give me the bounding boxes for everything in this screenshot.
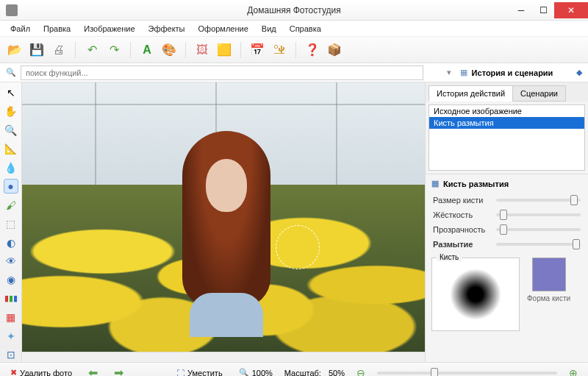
- tab-scenarios[interactable]: Сценарии: [512, 85, 566, 102]
- ruler-tool[interactable]: 📐: [4, 141, 18, 155]
- left-toolbar: ↖ ✋ 🔍 📐 💧 ● 🖌 ⬚ ◐ 👁 ◉ ▮▮▮ ▦ ✦ ⊡: [0, 82, 22, 362]
- dropdown-icon[interactable]: ▾: [447, 68, 451, 77]
- menubar: Файл Правка Изображение Эффекты Оформлен…: [0, 21, 588, 37]
- brush-preview: Кисть: [431, 258, 520, 331]
- fit-icon: ⛶: [176, 369, 184, 377]
- rgb-tool[interactable]: ▮▮▮: [4, 291, 18, 305]
- menu-image[interactable]: Изображение: [78, 23, 140, 35]
- hardness-label: Жёсткость: [433, 210, 490, 219]
- next-button[interactable]: ➡: [110, 364, 128, 376]
- panel-title: История и сценарии: [472, 68, 553, 77]
- size-slider[interactable]: [496, 199, 581, 202]
- eraser-tool[interactable]: ⬚: [4, 216, 18, 230]
- history-list: Исходное изображение Кисть размытия: [429, 104, 585, 171]
- collapse-icon[interactable]: ◆: [576, 68, 582, 77]
- main-toolbar: 📂 💾 🖨 ↶ ↷ A 🎨 🖼 🟨 📅 🏜 ❓ 📦: [0, 37, 588, 63]
- brush-cursor: [276, 225, 320, 269]
- help-icon[interactable]: ❓: [304, 41, 321, 59]
- brush-tool[interactable]: 🖌: [4, 198, 18, 212]
- hand-tool[interactable]: ✋: [4, 104, 18, 118]
- print-icon[interactable]: 🖨: [50, 41, 68, 59]
- frame-icon[interactable]: 🟨: [215, 41, 233, 59]
- menu-edit[interactable]: Правка: [37, 23, 76, 35]
- tool-header: Кисть размытия: [443, 180, 509, 188]
- blur-slider[interactable]: [496, 243, 581, 246]
- crop-tool[interactable]: ⊡: [4, 348, 18, 362]
- open-icon[interactable]: 📂: [6, 41, 24, 59]
- hardness-slider[interactable]: [496, 213, 581, 216]
- size-label: Размер кисти: [433, 196, 490, 205]
- menu-file[interactable]: Файл: [4, 23, 36, 35]
- burn-tool[interactable]: 👁: [4, 254, 18, 268]
- zoom-slider[interactable]: [377, 372, 557, 375]
- zoom-100-button[interactable]: 🔍 100%: [234, 366, 277, 376]
- opacity-label: Прозрачность: [433, 225, 490, 234]
- canvas[interactable]: [22, 82, 425, 352]
- sponge-tool[interactable]: ◉: [4, 273, 18, 287]
- status-bar: ✖ Удалить фото ⬅ ➡ ⛶ Уместить 🔍 100% Мас…: [0, 362, 588, 376]
- text-icon[interactable]: A: [138, 41, 156, 59]
- blur-label: Размытие: [433, 240, 490, 249]
- delete-icon: ✖: [10, 368, 17, 376]
- zoom-tool[interactable]: 🔍: [4, 123, 18, 137]
- photo: [22, 82, 425, 352]
- collage-icon[interactable]: 🏜: [270, 41, 288, 59]
- history-item[interactable]: Исходное изображение: [429, 105, 584, 117]
- brush-shape-label: Форма кисти: [527, 294, 570, 302]
- palette-icon[interactable]: 🎨: [160, 41, 178, 59]
- zoom-in-button[interactable]: ⊕: [564, 366, 582, 377]
- prev-button[interactable]: ⬅: [84, 364, 102, 376]
- right-panel: История действий Сценарии Исходное изобр…: [425, 82, 588, 362]
- app-title: Домашняя Фотостудия: [0, 5, 588, 15]
- opacity-slider[interactable]: [496, 228, 581, 231]
- zoom-icon: 🔍: [239, 368, 249, 376]
- menu-view[interactable]: Вид: [256, 23, 282, 35]
- zoom-label: Масштаб:: [284, 369, 321, 377]
- history-item[interactable]: Кисть размытия: [429, 117, 584, 129]
- calendar-icon[interactable]: 📅: [248, 41, 266, 59]
- search-input[interactable]: [21, 65, 423, 80]
- gift-icon[interactable]: 📦: [326, 41, 343, 59]
- eyedropper-tool[interactable]: 💧: [4, 160, 18, 174]
- tool-settings-icon: ▦: [431, 179, 439, 188]
- delete-photo-button[interactable]: ✖ Удалить фото: [6, 366, 76, 376]
- search-row: 🔍 ▾ ▦ История и сценарии ◆: [0, 63, 588, 82]
- menu-effects[interactable]: Эффекты: [143, 23, 191, 35]
- fit-button[interactable]: ⛶ Уместить: [172, 367, 227, 377]
- horizontal-scrollbar[interactable]: [22, 352, 425, 362]
- zoom-value: 50%: [329, 369, 345, 377]
- save-icon[interactable]: 💾: [28, 41, 46, 59]
- tab-history[interactable]: История действий: [429, 85, 513, 102]
- titlebar: Домашняя Фотостудия ─ ☐ ✕: [0, 0, 588, 21]
- menu-help[interactable]: Справка: [284, 23, 327, 35]
- dodge-tool[interactable]: ◐: [4, 235, 18, 249]
- blur-brush-tool[interactable]: ●: [4, 179, 18, 194]
- insert-image-icon[interactable]: 🖼: [193, 41, 211, 59]
- brush-shape-button[interactable]: [532, 258, 566, 291]
- sparkle-tool[interactable]: ✦: [4, 329, 18, 343]
- zoom-out-button[interactable]: ⊖: [352, 366, 370, 377]
- pointer-tool[interactable]: ↖: [4, 85, 18, 99]
- menu-design[interactable]: Оформление: [193, 23, 254, 35]
- redo-icon[interactable]: ↷: [105, 41, 123, 59]
- brush-preview-label: Кисть: [437, 253, 462, 261]
- history-panel-icon: ▦: [460, 68, 467, 77]
- undo-icon[interactable]: ↶: [83, 41, 101, 59]
- layers-tool[interactable]: ▦: [4, 311, 18, 324]
- search-icon: 🔍: [6, 68, 16, 77]
